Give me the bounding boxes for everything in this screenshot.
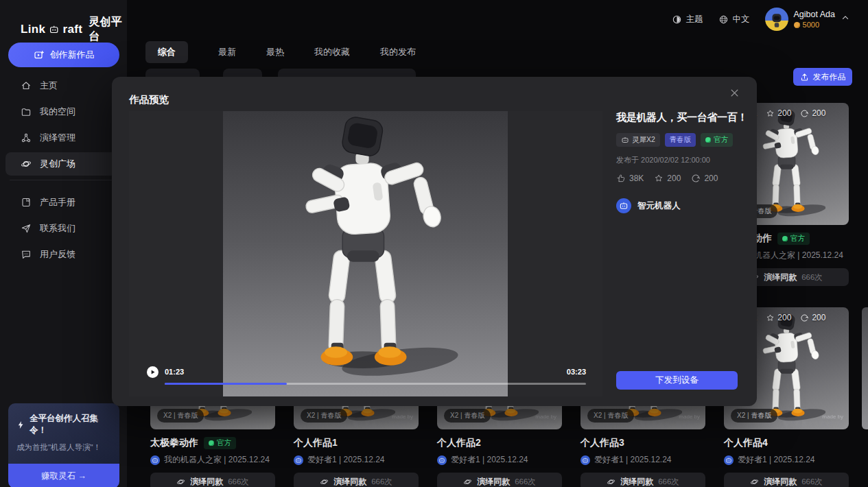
promo-title: 全平台创作人召集令！ [30, 413, 111, 436]
share-icon [800, 109, 809, 118]
work-stats: 38K 200 200 [616, 174, 740, 183]
edition-tag: 青春版 [665, 133, 696, 147]
work-title: 我是机器人，买一台省一百！ [616, 111, 740, 124]
upload-icon [800, 73, 809, 82]
author-line: 爱好者1 | 2025.12.24 [307, 454, 385, 466]
app-root: Linkraft 灵创平台 创作新作品 主页 [0, 0, 868, 487]
favorite-button[interactable]: 200 [654, 174, 681, 183]
model-tag: 灵犀X2 [616, 133, 660, 147]
share-button[interactable]: 200 [691, 174, 718, 183]
planet-icon [21, 158, 32, 169]
sidebar-item-2[interactable]: 演绎管理 [0, 125, 127, 151]
thumb-up-icon [616, 174, 626, 183]
sidebar-divider [10, 180, 117, 180]
deploy-to-device-button[interactable]: 下发到设备 [616, 371, 738, 390]
video-plus-icon [34, 49, 45, 60]
create-new-work-label: 创作新作品 [50, 49, 95, 61]
tab[interactable]: 我的收藏 [314, 41, 350, 63]
tab[interactable]: 综合 [145, 41, 188, 63]
nav-item-label: 主页 [40, 80, 58, 92]
brand-name-cn: 灵创平台 [89, 15, 127, 44]
current-time: 01:23 [165, 368, 184, 376]
remix-count: 666次 [228, 477, 249, 487]
nodes-icon [21, 132, 32, 143]
user-menu[interactable]: Agibot Ada 5000 [765, 8, 850, 31]
sidebar-nav: 主页 我的空间 [0, 73, 127, 177]
topbar: 主题 中文 Agibot Ada 5000 [127, 0, 868, 38]
publish-date: 发布于 2020/02/02 12:00:00 [616, 155, 740, 165]
theme-toggle[interactable]: 主题 [672, 14, 703, 25]
language-label: 中文 [733, 14, 750, 25]
official-tag: 官方 [701, 133, 733, 147]
sidebar-item-0[interactable]: 产品手册 [0, 189, 127, 215]
promo-body: 全平台创作人召集令！ 成为首批"机器人导演"！ [8, 403, 119, 464]
remix-count: 666次 [371, 477, 392, 487]
tab[interactable]: 我的发布 [380, 41, 416, 63]
like-button[interactable]: 38K [616, 174, 644, 183]
author-line: 我的机器人之家 | 2025.12.24 [164, 454, 270, 466]
player-controls: 01:23 03:23 [129, 361, 602, 396]
star-icon [766, 109, 775, 118]
author-row[interactable]: 智元机器人 [616, 198, 740, 213]
remix-button[interactable]: 演绎同款 666次 [294, 473, 419, 487]
planet-icon [176, 477, 185, 486]
publish-work-button[interactable]: 发布作品 [793, 68, 852, 86]
chevron-up-icon[interactable] [841, 13, 850, 25]
language-switcher[interactable]: 中文 [718, 14, 750, 25]
card-title: 个人作品4 [724, 437, 768, 449]
brand-logo: Linkraft 灵创平台 [0, 0, 127, 44]
sidebar-item-2[interactable]: 用户反馈 [0, 241, 127, 268]
model-badge: X2 | 青春版 [731, 409, 777, 423]
author-robot-icon [619, 201, 629, 211]
send-icon [21, 223, 32, 234]
remix-button[interactable]: 演绎同款 666次 [437, 473, 562, 487]
remix-label: 演绎同款 [190, 476, 223, 487]
robot-face-icon [621, 136, 629, 144]
progress-bar[interactable] [165, 383, 586, 385]
sidebar-item-3[interactable]: 灵创广场 [0, 151, 127, 177]
scrollbar-card-sliver [862, 307, 868, 429]
remix-button[interactable]: 演绎同款 666次 [150, 473, 275, 487]
close-icon[interactable] [729, 88, 740, 101]
brand-name-post: raft [63, 23, 83, 36]
remix-count: 666次 [515, 477, 536, 487]
card-author: 爱好者1 | 2025.12.24 [437, 454, 562, 466]
share-icon [691, 174, 701, 183]
sidebar-item-1[interactable]: 我的空间 [0, 99, 127, 125]
share-icon [800, 313, 809, 322]
author-avatar-icon [294, 455, 303, 465]
author-avatar-icon [150, 455, 160, 465]
video-frame [223, 111, 508, 396]
earn-gems-button[interactable]: 赚取灵石 → [8, 464, 119, 487]
username: Agibot Ada [794, 10, 835, 19]
sidebar-item-0[interactable]: 主页 [0, 73, 127, 99]
sort-tabs: 综合 最新 最热 我的收藏 我的发布 [145, 41, 416, 63]
model-badge: X2 | 青春版 [157, 409, 204, 423]
made-by-watermark: made by 智元机器人 | 灵创平台 [353, 414, 413, 427]
made-by-watermark: made by 智元机器人 | 灵创平台 [496, 414, 556, 427]
tab[interactable]: 最热 [266, 41, 284, 63]
promo-subtitle: 成为首批"机器人导演"！ [16, 442, 111, 453]
tab[interactable]: 最新 [218, 41, 236, 63]
user-avatar [765, 8, 788, 31]
official-dot-icon [209, 440, 214, 446]
remix-count: 666次 [801, 477, 823, 487]
play-button[interactable] [147, 366, 159, 378]
home-icon [21, 80, 32, 91]
modal-title: 作品预览 [129, 93, 169, 106]
create-new-work-button[interactable]: 创作新作品 [8, 43, 119, 67]
nav-item-label: 灵创广场 [40, 158, 75, 170]
avatar-robot-icon [768, 11, 786, 29]
remix-button[interactable]: 演绎同款 666次 [580, 473, 705, 487]
card-author: 爱好者1 | 2025.12.24 [294, 454, 419, 466]
coin-balance: 5000 [794, 21, 835, 29]
robot-figure [266, 111, 458, 394]
author-avatar-icon [437, 455, 447, 465]
remix-button[interactable]: 演绎同款 666次 [724, 473, 849, 487]
work-tags: 灵犀X2 青春版 官方 [616, 133, 740, 147]
sidebar-item-1[interactable]: 联系我们 [0, 215, 127, 241]
card-title: 个人作品2 [437, 437, 481, 449]
video-player[interactable]: 01:23 03:23 [129, 111, 602, 396]
nav-item-label: 产品手册 [40, 196, 75, 209]
sidebar-nav-secondary: 产品手册 联系我们 [0, 189, 127, 268]
